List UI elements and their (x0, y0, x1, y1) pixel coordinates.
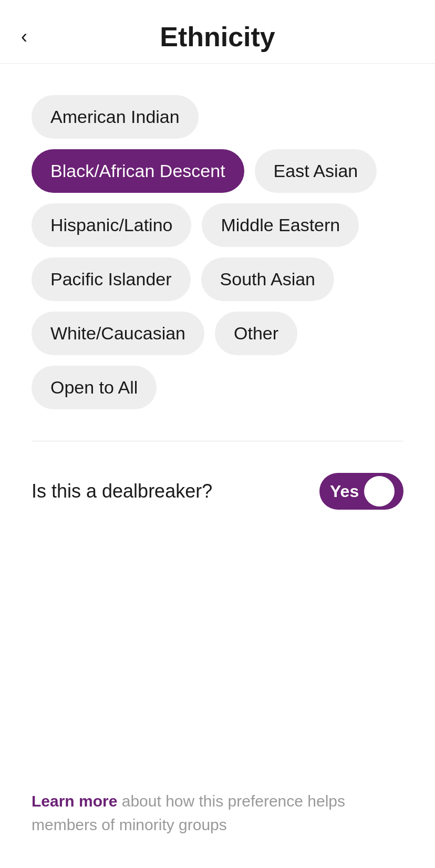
dealbreaker-row: Is this a dealbreaker? Yes (0, 452, 435, 531)
toggle-yes-label: Yes (330, 482, 359, 501)
chip-white-caucasian[interactable]: White/Caucasian (32, 312, 204, 355)
chip-middle-eastern[interactable]: Middle Eastern (202, 203, 359, 247)
toggle-knob (364, 476, 395, 507)
chip-black-african-descent[interactable]: Black/African Descent (32, 149, 244, 193)
chip-american-indian[interactable]: American Indian (32, 95, 199, 139)
chip-south-asian[interactable]: South Asian (201, 257, 334, 301)
chip-open-to-all[interactable]: Open to All (32, 366, 157, 409)
footer-text: Learn more about how this preference hel… (32, 789, 403, 836)
dealbreaker-toggle[interactable]: Yes (319, 473, 403, 510)
ethnicity-chips-container: American IndianBlack/African DescentEast… (0, 64, 435, 430)
page-title: Ethnicity (160, 21, 275, 53)
back-button[interactable]: ‹ (21, 27, 27, 46)
dealbreaker-label: Is this a dealbreaker? (32, 480, 212, 502)
chip-pacific-islander[interactable]: Pacific Islander (32, 257, 191, 301)
chip-hispanic-latino[interactable]: Hispanic/Latino (32, 203, 191, 247)
page-header: ‹ Ethnicity (0, 0, 435, 64)
section-divider (32, 441, 403, 441)
learn-more-link[interactable]: Learn more (32, 792, 117, 810)
chip-other[interactable]: Other (215, 312, 297, 355)
chip-east-asian[interactable]: East Asian (255, 149, 377, 193)
